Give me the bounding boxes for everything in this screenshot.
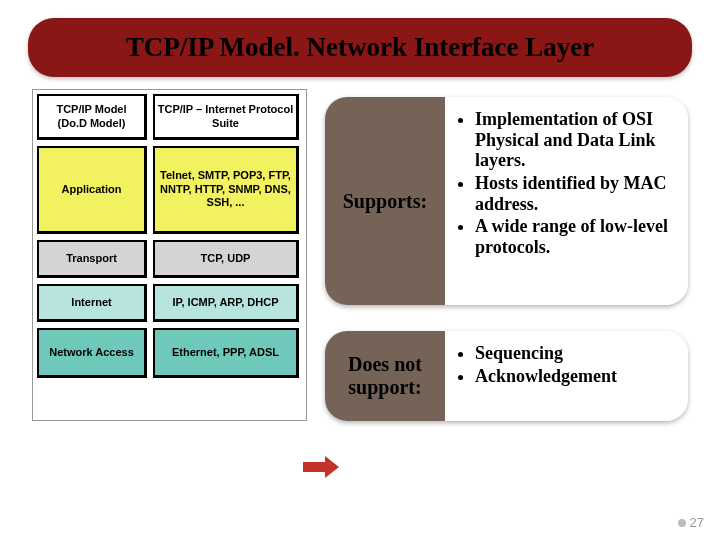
diagram-header-right: TCP/IP – Internet Protocol Suite bbox=[153, 94, 299, 140]
page-number: 27 bbox=[678, 515, 704, 530]
layer-transport-label: Transport bbox=[37, 240, 147, 278]
page-number-value: 27 bbox=[690, 515, 704, 530]
layer-network-access-label: Network Access bbox=[37, 328, 147, 378]
not-support-item: Sequencing bbox=[475, 343, 676, 364]
callout-does-not-support: Does not support: Sequencing Acknowledge… bbox=[325, 331, 688, 421]
supports-item: A wide range of low-level protocols. bbox=[475, 216, 676, 257]
supports-item: Hosts identified by MAC address. bbox=[475, 173, 676, 214]
callout-not-support-label: Does not support: bbox=[331, 353, 439, 399]
layer-network-access-protocols: Ethernet, PPP, ADSL bbox=[153, 328, 299, 378]
layer-application-label: Application bbox=[37, 146, 147, 234]
slide-title: TCP/IP Model. Network Interface Layer bbox=[126, 32, 595, 62]
arrow-icon bbox=[303, 456, 339, 478]
bullet-icon bbox=[678, 519, 686, 527]
layer-internet-label: Internet bbox=[37, 284, 147, 322]
callout-not-support-label-box: Does not support: bbox=[325, 331, 445, 421]
callout-supports-label: Supports: bbox=[343, 190, 427, 213]
callout-supports-label-box: Supports: bbox=[325, 97, 445, 305]
callout-not-support-body: Sequencing Acknowledgement bbox=[445, 331, 688, 421]
callout-supports-body: Implementation of OSI Physical and Data … bbox=[445, 97, 688, 305]
tcpip-diagram: TCP/IP Model (Do.D Model) TCP/IP – Inter… bbox=[32, 89, 307, 421]
supports-item: Implementation of OSI Physical and Data … bbox=[475, 109, 676, 171]
layer-internet-protocols: IP, ICMP, ARP, DHCP bbox=[153, 284, 299, 322]
layer-application-protocols: Telnet, SMTP, POP3, FTP, NNTP, HTTP, SNM… bbox=[153, 146, 299, 234]
not-support-item: Acknowledgement bbox=[475, 366, 676, 387]
layer-transport-protocols: TCP, UDP bbox=[153, 240, 299, 278]
slide-title-bar: TCP/IP Model. Network Interface Layer bbox=[28, 18, 692, 77]
diagram-header-left: TCP/IP Model (Do.D Model) bbox=[37, 94, 147, 140]
callout-supports: Supports: Implementation of OSI Physical… bbox=[325, 97, 688, 305]
